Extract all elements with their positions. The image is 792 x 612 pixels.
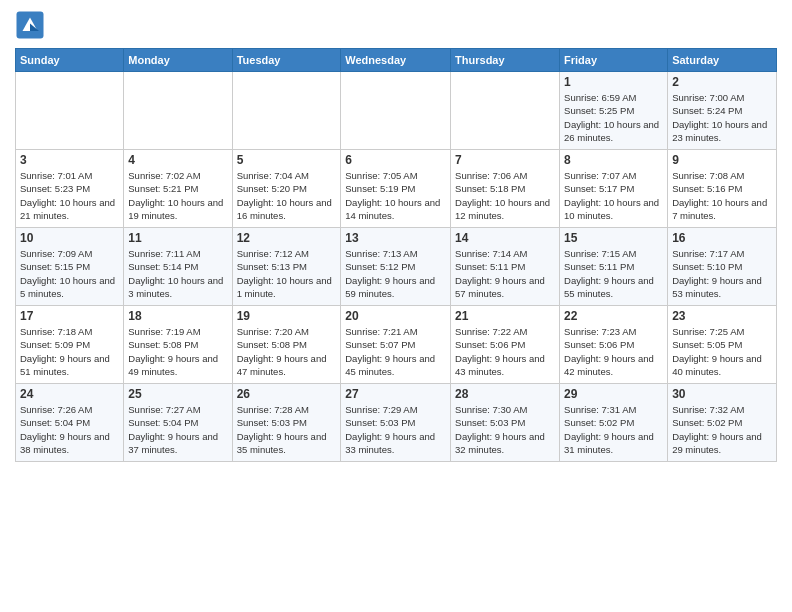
calendar-cell: 16Sunrise: 7:17 AM Sunset: 5:10 PM Dayli… bbox=[668, 228, 777, 306]
calendar-cell: 7Sunrise: 7:06 AM Sunset: 5:18 PM Daylig… bbox=[451, 150, 560, 228]
calendar-cell bbox=[124, 72, 232, 150]
day-number: 13 bbox=[345, 231, 446, 245]
day-info: Sunrise: 7:12 AM Sunset: 5:13 PM Dayligh… bbox=[237, 247, 337, 300]
day-info: Sunrise: 7:11 AM Sunset: 5:14 PM Dayligh… bbox=[128, 247, 227, 300]
calendar-cell: 14Sunrise: 7:14 AM Sunset: 5:11 PM Dayli… bbox=[451, 228, 560, 306]
day-info: Sunrise: 7:19 AM Sunset: 5:08 PM Dayligh… bbox=[128, 325, 227, 378]
day-number: 18 bbox=[128, 309, 227, 323]
day-number: 7 bbox=[455, 153, 555, 167]
calendar-cell: 21Sunrise: 7:22 AM Sunset: 5:06 PM Dayli… bbox=[451, 306, 560, 384]
day-info: Sunrise: 7:20 AM Sunset: 5:08 PM Dayligh… bbox=[237, 325, 337, 378]
day-number: 15 bbox=[564, 231, 663, 245]
calendar-cell: 24Sunrise: 7:26 AM Sunset: 5:04 PM Dayli… bbox=[16, 384, 124, 462]
day-info: Sunrise: 7:18 AM Sunset: 5:09 PM Dayligh… bbox=[20, 325, 119, 378]
day-number: 4 bbox=[128, 153, 227, 167]
calendar-header-row: SundayMondayTuesdayWednesdayThursdayFrid… bbox=[16, 49, 777, 72]
day-number: 20 bbox=[345, 309, 446, 323]
day-number: 5 bbox=[237, 153, 337, 167]
day-info: Sunrise: 7:14 AM Sunset: 5:11 PM Dayligh… bbox=[455, 247, 555, 300]
day-number: 17 bbox=[20, 309, 119, 323]
day-info: Sunrise: 7:17 AM Sunset: 5:10 PM Dayligh… bbox=[672, 247, 772, 300]
header bbox=[15, 10, 777, 40]
day-info: Sunrise: 7:28 AM Sunset: 5:03 PM Dayligh… bbox=[237, 403, 337, 456]
day-number: 19 bbox=[237, 309, 337, 323]
day-info: Sunrise: 7:02 AM Sunset: 5:21 PM Dayligh… bbox=[128, 169, 227, 222]
day-number: 16 bbox=[672, 231, 772, 245]
day-number: 22 bbox=[564, 309, 663, 323]
day-number: 29 bbox=[564, 387, 663, 401]
day-info: Sunrise: 7:27 AM Sunset: 5:04 PM Dayligh… bbox=[128, 403, 227, 456]
column-header-friday: Friday bbox=[560, 49, 668, 72]
day-info: Sunrise: 7:09 AM Sunset: 5:15 PM Dayligh… bbox=[20, 247, 119, 300]
day-info: Sunrise: 7:31 AM Sunset: 5:02 PM Dayligh… bbox=[564, 403, 663, 456]
day-number: 11 bbox=[128, 231, 227, 245]
calendar-cell bbox=[451, 72, 560, 150]
calendar-cell: 4Sunrise: 7:02 AM Sunset: 5:21 PM Daylig… bbox=[124, 150, 232, 228]
calendar-cell: 3Sunrise: 7:01 AM Sunset: 5:23 PM Daylig… bbox=[16, 150, 124, 228]
day-number: 27 bbox=[345, 387, 446, 401]
week-row-1: 1Sunrise: 6:59 AM Sunset: 5:25 PM Daylig… bbox=[16, 72, 777, 150]
calendar-cell: 25Sunrise: 7:27 AM Sunset: 5:04 PM Dayli… bbox=[124, 384, 232, 462]
column-header-sunday: Sunday bbox=[16, 49, 124, 72]
day-info: Sunrise: 7:07 AM Sunset: 5:17 PM Dayligh… bbox=[564, 169, 663, 222]
day-number: 10 bbox=[20, 231, 119, 245]
day-number: 8 bbox=[564, 153, 663, 167]
day-info: Sunrise: 7:22 AM Sunset: 5:06 PM Dayligh… bbox=[455, 325, 555, 378]
logo bbox=[15, 10, 47, 40]
column-header-tuesday: Tuesday bbox=[232, 49, 341, 72]
day-info: Sunrise: 7:01 AM Sunset: 5:23 PM Dayligh… bbox=[20, 169, 119, 222]
calendar-cell: 9Sunrise: 7:08 AM Sunset: 5:16 PM Daylig… bbox=[668, 150, 777, 228]
calendar-cell: 20Sunrise: 7:21 AM Sunset: 5:07 PM Dayli… bbox=[341, 306, 451, 384]
day-number: 2 bbox=[672, 75, 772, 89]
day-info: Sunrise: 7:05 AM Sunset: 5:19 PM Dayligh… bbox=[345, 169, 446, 222]
day-info: Sunrise: 7:30 AM Sunset: 5:03 PM Dayligh… bbox=[455, 403, 555, 456]
day-number: 30 bbox=[672, 387, 772, 401]
week-row-2: 3Sunrise: 7:01 AM Sunset: 5:23 PM Daylig… bbox=[16, 150, 777, 228]
day-info: Sunrise: 7:25 AM Sunset: 5:05 PM Dayligh… bbox=[672, 325, 772, 378]
day-info: Sunrise: 7:26 AM Sunset: 5:04 PM Dayligh… bbox=[20, 403, 119, 456]
column-header-saturday: Saturday bbox=[668, 49, 777, 72]
day-info: Sunrise: 7:32 AM Sunset: 5:02 PM Dayligh… bbox=[672, 403, 772, 456]
day-number: 26 bbox=[237, 387, 337, 401]
day-number: 14 bbox=[455, 231, 555, 245]
calendar-cell bbox=[341, 72, 451, 150]
day-number: 24 bbox=[20, 387, 119, 401]
day-info: Sunrise: 7:08 AM Sunset: 5:16 PM Dayligh… bbox=[672, 169, 772, 222]
day-number: 9 bbox=[672, 153, 772, 167]
week-row-3: 10Sunrise: 7:09 AM Sunset: 5:15 PM Dayli… bbox=[16, 228, 777, 306]
calendar-cell: 17Sunrise: 7:18 AM Sunset: 5:09 PM Dayli… bbox=[16, 306, 124, 384]
column-header-wednesday: Wednesday bbox=[341, 49, 451, 72]
column-header-thursday: Thursday bbox=[451, 49, 560, 72]
calendar-cell: 19Sunrise: 7:20 AM Sunset: 5:08 PM Dayli… bbox=[232, 306, 341, 384]
calendar-cell: 26Sunrise: 7:28 AM Sunset: 5:03 PM Dayli… bbox=[232, 384, 341, 462]
day-number: 12 bbox=[237, 231, 337, 245]
week-row-5: 24Sunrise: 7:26 AM Sunset: 5:04 PM Dayli… bbox=[16, 384, 777, 462]
calendar-cell: 15Sunrise: 7:15 AM Sunset: 5:11 PM Dayli… bbox=[560, 228, 668, 306]
column-header-monday: Monday bbox=[124, 49, 232, 72]
calendar-cell bbox=[232, 72, 341, 150]
week-row-4: 17Sunrise: 7:18 AM Sunset: 5:09 PM Dayli… bbox=[16, 306, 777, 384]
day-info: Sunrise: 7:21 AM Sunset: 5:07 PM Dayligh… bbox=[345, 325, 446, 378]
calendar-cell: 11Sunrise: 7:11 AM Sunset: 5:14 PM Dayli… bbox=[124, 228, 232, 306]
day-info: Sunrise: 7:29 AM Sunset: 5:03 PM Dayligh… bbox=[345, 403, 446, 456]
calendar-cell: 28Sunrise: 7:30 AM Sunset: 5:03 PM Dayli… bbox=[451, 384, 560, 462]
day-number: 28 bbox=[455, 387, 555, 401]
day-number: 25 bbox=[128, 387, 227, 401]
day-number: 6 bbox=[345, 153, 446, 167]
calendar-cell: 27Sunrise: 7:29 AM Sunset: 5:03 PM Dayli… bbox=[341, 384, 451, 462]
day-number: 3 bbox=[20, 153, 119, 167]
day-number: 21 bbox=[455, 309, 555, 323]
calendar-cell: 18Sunrise: 7:19 AM Sunset: 5:08 PM Dayli… bbox=[124, 306, 232, 384]
calendar-cell: 12Sunrise: 7:12 AM Sunset: 5:13 PM Dayli… bbox=[232, 228, 341, 306]
day-info: Sunrise: 7:15 AM Sunset: 5:11 PM Dayligh… bbox=[564, 247, 663, 300]
day-info: Sunrise: 7:04 AM Sunset: 5:20 PM Dayligh… bbox=[237, 169, 337, 222]
calendar-cell: 5Sunrise: 7:04 AM Sunset: 5:20 PM Daylig… bbox=[232, 150, 341, 228]
day-info: Sunrise: 7:13 AM Sunset: 5:12 PM Dayligh… bbox=[345, 247, 446, 300]
calendar-cell: 13Sunrise: 7:13 AM Sunset: 5:12 PM Dayli… bbox=[341, 228, 451, 306]
calendar-cell: 22Sunrise: 7:23 AM Sunset: 5:06 PM Dayli… bbox=[560, 306, 668, 384]
page: SundayMondayTuesdayWednesdayThursdayFrid… bbox=[0, 0, 792, 472]
calendar-cell: 8Sunrise: 7:07 AM Sunset: 5:17 PM Daylig… bbox=[560, 150, 668, 228]
logo-icon bbox=[15, 10, 45, 40]
day-info: Sunrise: 7:06 AM Sunset: 5:18 PM Dayligh… bbox=[455, 169, 555, 222]
calendar-cell: 1Sunrise: 6:59 AM Sunset: 5:25 PM Daylig… bbox=[560, 72, 668, 150]
